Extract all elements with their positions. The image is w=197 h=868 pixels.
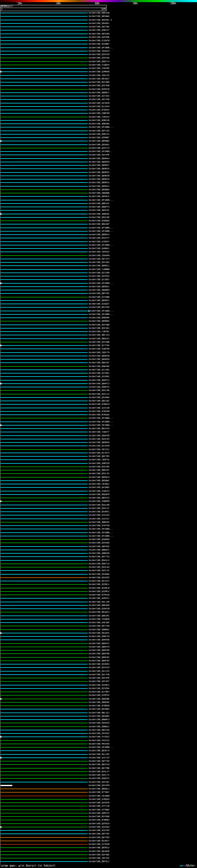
alignment-bar[interactable]	[1, 328, 88, 329]
alignment-bar[interactable]	[1, 577, 88, 578]
alignment-bar[interactable]	[1, 688, 88, 689]
hit-label[interactable]: UniRef100_B91W13	[89, 611, 109, 614]
alignment-bar[interactable]	[1, 653, 88, 654]
alignment-bar[interactable]	[1, 764, 88, 765]
hit-label[interactable]: UniRef100_Q09R35	[89, 167, 109, 170]
hit-label[interactable]: UniRef100_UP1000...	[89, 746, 113, 749]
hit-label[interactable]: UniRef100_C6AY35	[89, 74, 109, 77]
alignment-bar[interactable]	[1, 709, 88, 709]
hit-label[interactable]: UniRef100_Q8HFC9	[89, 646, 109, 648]
hit-label[interactable]: UniRef100_B7KUA4	[89, 413, 109, 416]
hit-label[interactable]: UniRef100_Q08EN2	[89, 701, 109, 704]
alignment-bar[interactable]	[1, 508, 88, 509]
alignment-bar[interactable]	[1, 567, 88, 567]
alignment-bar[interactable]	[1, 245, 88, 245]
hit-label[interactable]: UniRef100_Q3F573	[89, 147, 109, 150]
hit-label[interactable]: UniRef100_Q8HFC3	[89, 382, 109, 385]
alignment-bar[interactable]	[1, 626, 88, 626]
alignment-bar[interactable]	[1, 404, 88, 405]
alignment-bar[interactable]	[1, 297, 88, 298]
hit-label[interactable]: UniRef100_C3R353	[89, 116, 109, 119]
alignment-bar[interactable]	[1, 279, 88, 280]
alignment-bar[interactable]	[1, 89, 88, 90]
hit-label[interactable]: UniRef100_Q0001T	[89, 91, 109, 94]
alignment-bar[interactable]	[1, 117, 88, 117]
alignment-bar[interactable]	[1, 16, 88, 17]
hit-label[interactable]: UniRef100_B9J8Z7	[89, 78, 109, 81]
hit-label[interactable]: UniRef100_Q5VL68	[89, 504, 109, 506]
hit-label[interactable]: UniRef100_Q5F4P6	[89, 154, 109, 156]
hit-label[interactable]: UniRef100_Q21268	[89, 272, 109, 274]
hit-label[interactable]: UniRef100_Q5V0X4	[89, 663, 109, 666]
alignment-bar[interactable]	[1, 172, 88, 173]
alignment-bar[interactable]	[1, 71, 88, 72]
alignment-bar[interactable]	[1, 636, 88, 637]
alignment-bar[interactable]	[1, 165, 88, 166]
hit-label[interactable]: UniRef100_Q5F4Q1	[89, 327, 109, 330]
hit-label[interactable]: UniRef100_Q6Z218	[89, 763, 109, 766]
hit-label[interactable]: UniRef100_A6W589	[89, 123, 109, 125]
alignment-bar[interactable]	[1, 186, 88, 187]
hit-label[interactable]: UniRef100_Q17Y94	[89, 344, 109, 347]
hit-label[interactable]: UniRef100_B31M17	[89, 840, 109, 842]
alignment-bar[interactable]	[1, 432, 88, 432]
hit-label[interactable]: UniRef100_A5Y3X3	[89, 95, 109, 98]
alignment-bar[interactable]	[1, 602, 88, 602]
alignment-bar[interactable]	[1, 633, 88, 633]
alignment-bar[interactable]	[1, 453, 88, 453]
alignment-bar[interactable]	[1, 723, 88, 723]
hit-label[interactable]: UniRef100_Q1NF90	[89, 348, 109, 350]
alignment-bar[interactable]	[1, 820, 88, 820]
alignment-bar[interactable]	[1, 754, 88, 755]
hit-label[interactable]: UniRef100_UP1000...	[89, 199, 113, 202]
alignment-bar[interactable]	[1, 106, 88, 107]
alignment-bar[interactable]	[1, 307, 88, 308]
hit-label[interactable]: UniRef100_A19R47	[89, 241, 109, 243]
alignment-bar[interactable]	[1, 737, 88, 737]
alignment-bar[interactable]	[1, 816, 88, 817]
alignment-bar[interactable]	[1, 401, 88, 401]
alignment-bar[interactable]	[1, 12, 88, 13]
hit-label[interactable]: UniRef100_F1Q854	[89, 64, 109, 66]
alignment-bar[interactable]	[1, 48, 88, 48]
alignment-bar[interactable]	[1, 584, 88, 585]
hit-label[interactable]: UniRef100_Q3C3G0	[89, 84, 109, 87]
hit-label[interactable]: UniRef100_B0UE41	[89, 338, 109, 340]
alignment-bar[interactable]	[1, 473, 88, 474]
hit-label[interactable]: UniRef100_B51195	[89, 753, 109, 756]
alignment-bar[interactable]	[1, 214, 88, 214]
alignment-bar[interactable]	[1, 830, 88, 831]
alignment-bar[interactable]	[1, 151, 88, 152]
hit-label[interactable]: UniRef100_UP1000...	[89, 244, 113, 247]
alignment-bar[interactable]	[1, 539, 88, 540]
hit-label[interactable]: UniRef100_Q6NXC5	[89, 549, 109, 552]
alignment-bar[interactable]	[1, 671, 88, 672]
alignment-bar[interactable]	[1, 196, 88, 197]
alignment-bar[interactable]	[1, 193, 88, 193]
hit-label[interactable]: UniRef100_Q85B12	[89, 846, 109, 849]
hit-label[interactable]: UniRef100_Q6F7R3	[89, 455, 109, 458]
hit-label[interactable]: UniRef100_Q32ML0	[89, 587, 109, 590]
hit-label[interactable]: UniRef100_B8Y5C1	[89, 860, 109, 863]
hit-label[interactable]: UniRef100_Q061M1	[89, 615, 109, 617]
alignment-bar[interactable]	[1, 380, 88, 380]
alignment-bar[interactable]	[1, 841, 88, 841]
hit-label[interactable]: UniRef100_Q5F4Q7	[89, 781, 109, 784]
hit-label[interactable]: UniRef100_Q0CVZ8	[89, 729, 109, 732]
hit-label[interactable]: UniRef100_Q517Z0	[89, 673, 109, 676]
hit-label[interactable]: UniRef100_A6PAC5	[89, 195, 109, 198]
alignment-bar[interactable]	[1, 40, 88, 41]
hit-label[interactable]: UniRef100_Q9T7R2	[89, 833, 109, 835]
alignment-bar[interactable]	[1, 463, 88, 464]
hit-label[interactable]: UniRef100_B6KXK0	[89, 604, 109, 607]
alignment-bar[interactable]	[1, 470, 88, 470]
hit-label[interactable]: UniRef100_Q09R11	[89, 265, 109, 267]
hit-label[interactable]: UniRef100_Q09R15	[89, 181, 109, 184]
alignment-bar[interactable]	[1, 716, 88, 716]
hit-label[interactable]: UniRef100_Q11DD7	[89, 278, 109, 281]
hit-label[interactable]: UniRef100_Q35V58	[89, 57, 109, 59]
hit-label[interactable]: UniRef100_A7TDW2	[89, 809, 109, 811]
alignment-bar[interactable]	[1, 442, 88, 443]
hit-label[interactable]: UniRef100_UP1000...	[89, 46, 113, 49]
hit-label[interactable]: UniRef100_Q9HFC2	[89, 379, 109, 382]
